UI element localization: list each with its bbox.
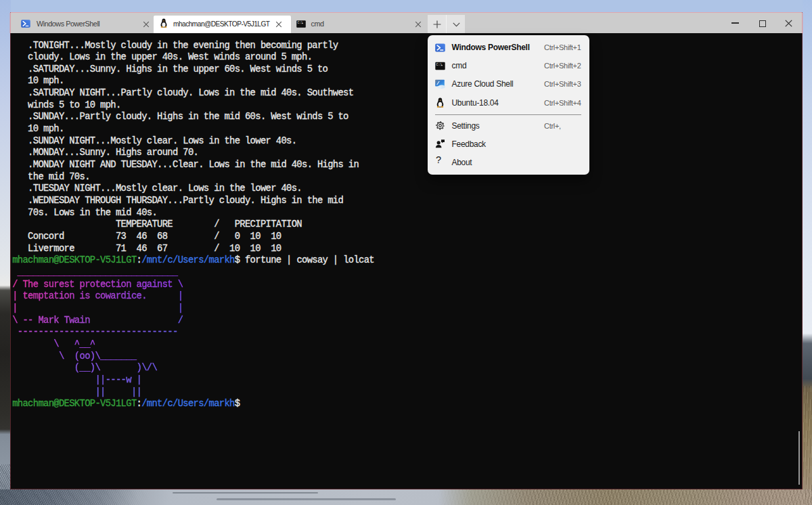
- svg-text:C:\: C:\: [436, 63, 442, 67]
- svg-text:C:\: C:\: [297, 21, 303, 24]
